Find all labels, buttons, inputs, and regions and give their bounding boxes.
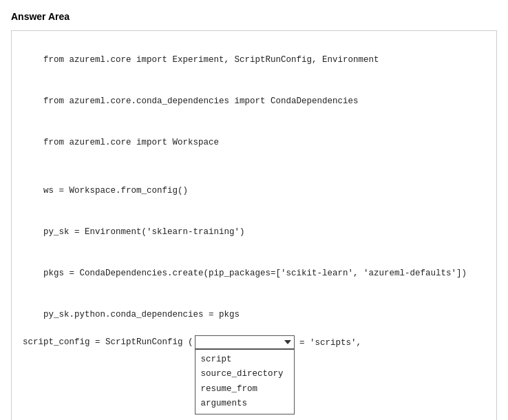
section-title: Answer Area [11, 11, 497, 22]
code-line-7: pkgs = CondaDependencies.create(pip_pack… [43, 269, 467, 278]
scriptrun-prefix: script_config = ScriptRunConfig ( [23, 335, 193, 349]
dropdown1-option-3[interactable]: resume_from [201, 382, 288, 397]
code-line-2: from azureml.core.conda_dependencies imp… [43, 96, 359, 106]
dropdowns-column: script source_directory resume_from argu… [195, 335, 367, 420]
code-line-1: from azureml.core import Experiment, Scr… [43, 55, 379, 65]
dropdown1-arrow [284, 340, 291, 344]
code-lines-top: from azureml.core import Experiment, Scr… [23, 39, 485, 81]
code-line-5-wrap: ws = Workspace.from_config() [23, 170, 485, 211]
dropdown1-group: script source_directory resume_from argu… [195, 335, 367, 414]
code-line-5: ws = Workspace.from_config() [43, 186, 188, 196]
dropdown1-option-1[interactable]: script [201, 353, 288, 367]
dropdown1-box[interactable] [195, 335, 295, 349]
code-line-6: py_sk = Environment('sklearn-training') [43, 227, 245, 237]
code-line-3: from azureml.core import Workspace [43, 138, 219, 147]
answer-area: from azureml.core import Experiment, Scr… [11, 30, 497, 420]
code-line-7-wrap: pkgs = CondaDependencies.create(pip_pack… [23, 253, 485, 294]
code-line-blank [23, 163, 485, 170]
dropdown1-option-2[interactable]: source_directory [201, 367, 288, 381]
dropdown1-wrapper: script source_directory resume_from argu… [195, 335, 295, 414]
code-line-8: py_sk.python.conda_dependencies = pkgs [43, 310, 240, 319]
code-line-3-wrap: from azureml.core import Workspace [23, 122, 485, 163]
dropdown1-option-4[interactable]: arguments [201, 397, 288, 411]
code-line-6-wrap: py_sk = Environment('sklearn-training') [23, 211, 485, 253]
dropdown1-options: script source_directory resume_from argu… [195, 349, 295, 414]
code-line-2-wrap: from azureml.core.conda_dependencies imp… [23, 81, 485, 122]
scriptrun-config-block: script_config = ScriptRunConfig ( script… [23, 335, 485, 420]
code-line-8-wrap: py_sk.python.conda_dependencies = pkgs [23, 294, 485, 335]
dropdown1-suffix: = 'scripts', [295, 335, 362, 350]
